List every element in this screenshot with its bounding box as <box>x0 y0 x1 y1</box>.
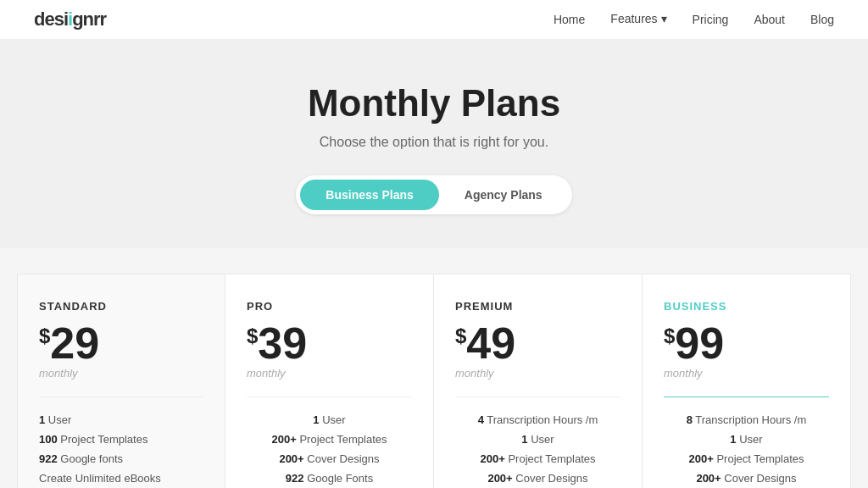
navbar: desiignrr Home Features ▾ Pricing About … <box>0 0 868 40</box>
feature-item: 1 User <box>455 430 620 449</box>
plan-name: BUSINESS <box>664 300 829 313</box>
feature-item: 200+ Project Templates <box>455 449 620 469</box>
plans-grid: STANDARD $29 monthly 1 User100 Project T… <box>17 274 851 488</box>
plan-price: $49 <box>455 321 620 365</box>
plan-divider <box>39 396 203 397</box>
hero-subtitle: Choose the option that is right for you. <box>17 135 851 150</box>
plan-card-pro: PRO $39 monthly 1 User200+ Project Templ… <box>225 274 434 488</box>
plan-features: 8 Transcription Hours /m1 User200+ Proje… <box>664 410 829 488</box>
feature-item: 1 User <box>664 430 829 449</box>
plan-price: $99 <box>664 321 829 365</box>
nav-home[interactable]: Home <box>554 13 585 26</box>
plan-period: monthly <box>664 367 829 380</box>
nav-about[interactable]: About <box>754 13 785 26</box>
feature-item: 200+ Cover Designs <box>247 449 412 469</box>
plan-period: monthly <box>39 367 203 380</box>
feature-item: 200+ Cover Designs <box>664 469 829 488</box>
plan-period: monthly <box>247 367 412 380</box>
plan-features: 1 User100 Project Templates922 Google fo… <box>39 410 203 488</box>
feature-item: Create Unlimited eBooks <box>39 469 203 488</box>
plan-card-business: BUSINESS $99 monthly 8 Transcription Hou… <box>643 274 851 488</box>
plan-name: PREMIUM <box>455 300 620 313</box>
nav-features[interactable]: Features ▾ <box>610 12 666 25</box>
plan-card-standard: STANDARD $29 monthly 1 User100 Project T… <box>17 274 225 488</box>
page-title: Monthly Plans <box>17 82 851 125</box>
feature-item: 200+ Cover Designs <box>455 469 620 488</box>
feature-item: 200+ Project Templates <box>664 449 829 469</box>
plan-price: $39 <box>247 321 412 365</box>
plan-divider <box>664 396 829 397</box>
hero-section: Monthly Plans Choose the option that is … <box>0 40 868 248</box>
toggle-wrap: Business Plans Agency Plans <box>296 175 571 214</box>
toggle-agency[interactable]: Agency Plans <box>439 180 568 210</box>
feature-item: 4 Transcription Hours /m <box>455 410 620 430</box>
feature-item: 1 User <box>247 410 412 430</box>
nav-pricing[interactable]: Pricing <box>693 13 729 26</box>
nav-links: Home Features ▾ Pricing About Blog <box>554 12 834 27</box>
feature-item: 200+ Project Templates <box>247 430 412 449</box>
feature-item: 922 Google Fonts <box>247 469 412 488</box>
feature-item: 1 User <box>39 410 203 430</box>
nav-blog[interactable]: Blog <box>810 13 834 26</box>
plan-divider <box>247 396 412 397</box>
logo: desiignrr <box>34 8 106 30</box>
plan-features: 4 Transcription Hours /m1 User200+ Proje… <box>455 410 620 488</box>
plan-divider <box>455 396 620 397</box>
feature-item: 922 Google fonts <box>39 449 203 469</box>
feature-item: 8 Transcription Hours /m <box>664 410 829 430</box>
plans-section: STANDARD $29 monthly 1 User100 Project T… <box>0 248 868 488</box>
plan-features: 1 User200+ Project Templates200+ Cover D… <box>247 410 412 488</box>
plan-period: monthly <box>455 367 620 380</box>
plan-name: PRO <box>247 300 412 313</box>
toggle-business[interactable]: Business Plans <box>300 180 439 210</box>
feature-item: 100 Project Templates <box>39 430 203 449</box>
plan-card-premium: PREMIUM $49 monthly 4 Transcription Hour… <box>434 274 643 488</box>
plan-price: $29 <box>39 321 203 365</box>
plan-toggle: Business Plans Agency Plans <box>17 175 851 214</box>
plan-name: STANDARD <box>39 300 203 313</box>
chevron-down-icon: ▾ <box>661 12 667 25</box>
